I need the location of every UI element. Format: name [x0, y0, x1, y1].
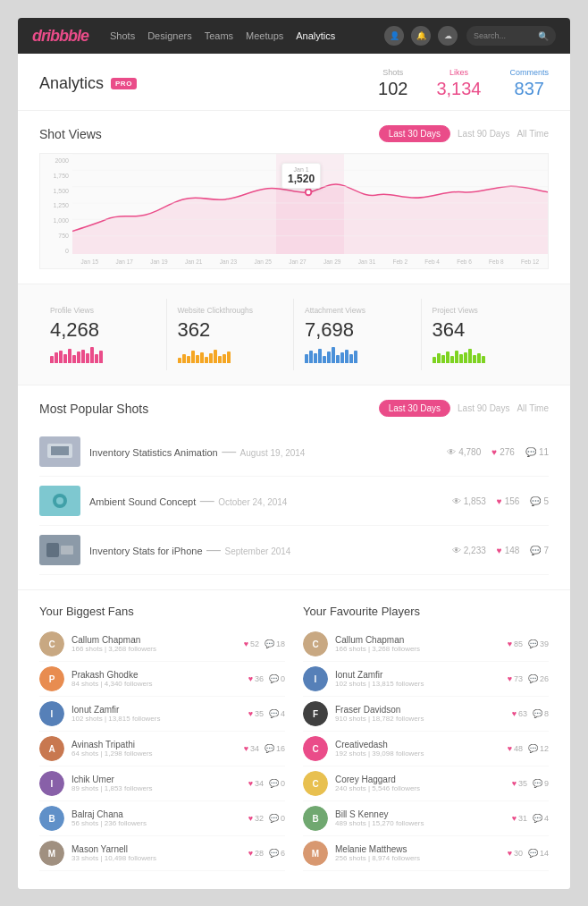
player-avatar-1: C [303, 631, 328, 656]
shot-thumb-3 [39, 535, 80, 565]
search-box[interactable]: Search... 🔍 [466, 26, 556, 46]
nav-meetups[interactable]: Meetups [246, 30, 283, 41]
fan-sub-5: 89 shots | 1,853 followers [71, 784, 241, 792]
fan-name-6: Balraj Chana [71, 809, 241, 819]
fan-heart-icon-3: ♥ [248, 709, 253, 718]
fan-stats-5: ♥ 34 💬 0 [248, 779, 285, 788]
metric-profile-views: Profile Views 4,268 [39, 299, 167, 370]
fan-heart-icon-7: ♥ [248, 849, 253, 858]
stat-shots: Shots 102 [378, 68, 407, 99]
player-sub-2: 102 shots | 13,815 followers [335, 680, 500, 688]
player-info-4: Creativedash 192 shots | 39,098 follower… [335, 740, 500, 758]
player-likes-6: ♥ 31 [512, 814, 527, 823]
fan-info-6: Balraj Chana 56 shots | 236 followers [71, 809, 241, 827]
metric-project-value: 364 [433, 318, 539, 342]
fan-heart-icon-2: ♥ [248, 674, 253, 683]
page-title: Analytics [39, 74, 104, 93]
player-name-1: Callum Chapman [335, 635, 500, 645]
shot-date-2: October 24, 2014 [218, 497, 287, 507]
player-comment-icon-5: 💬 [533, 779, 542, 788]
metric-profile-value: 4,268 [50, 318, 155, 342]
popular-filter-30[interactable]: Last 30 Days [379, 400, 450, 417]
filter-last-90[interactable]: Last 90 Days [458, 129, 509, 139]
fan-comments-2: 💬 0 [269, 674, 285, 683]
pro-badge: PRO [111, 78, 137, 89]
fan-likes-val-6: 32 [255, 814, 264, 823]
shot-list: Inventory Statistics Animation — August … [39, 428, 549, 575]
fan-avatar-4: A [39, 736, 64, 761]
player-comment-icon-6: 💬 [533, 814, 542, 823]
fan-name-1: Callum Chapman [71, 635, 237, 645]
heart-icon-3: ♥ [497, 546, 502, 555]
popular-shots-header: Most Popular Shots Last 30 Days Last 90 … [39, 400, 549, 417]
player-likes-val-1: 85 [514, 639, 523, 648]
player-likes-1: ♥ 85 [508, 639, 523, 648]
player-likes-5: ♥ 35 [512, 779, 527, 788]
popular-shots-section: Most Popular Shots Last 30 Days Last 90 … [18, 385, 570, 589]
page-wrapper: dribbble Shots Designers Teams Meetups A… [18, 18, 570, 889]
filter-all-time[interactable]: All Time [517, 129, 549, 139]
fan-likes-val-7: 28 [255, 849, 264, 858]
fan-heart-icon-6: ♥ [248, 814, 253, 823]
nav-shots[interactable]: Shots [110, 30, 135, 41]
shot-comments-3: 💬 7 [530, 546, 549, 555]
fan-likes-6: ♥ 32 [248, 814, 264, 823]
search-icon: 🔍 [538, 31, 549, 41]
fan-heart-icon-4: ♥ [244, 744, 248, 753]
player-stats-6: ♥ 31 💬 4 [512, 814, 549, 823]
shot-likes-1: ♥ 276 [491, 447, 515, 457]
nav-teams[interactable]: Teams [205, 30, 233, 41]
metric-website: Website Clickthroughs 362 [167, 299, 295, 370]
fan-comments-val-1: 18 [276, 639, 285, 648]
player-item-5: C Corey Haggard 240 shots | 5,546 follow… [303, 766, 549, 801]
fan-avatar-1: C [39, 631, 64, 656]
player-comments-5: 💬 9 [533, 779, 549, 788]
player-likes-3: ♥ 63 [512, 709, 527, 718]
popular-filter-all[interactable]: All Time [517, 403, 549, 413]
fan-comments-7: 💬 6 [269, 849, 285, 858]
player-comments-val-3: 8 [544, 709, 549, 718]
biggest-fans-title: Your Biggest Fans [39, 605, 285, 618]
notification-icon[interactable]: 🔔 [411, 26, 431, 46]
shot-info-2: Ambient Sound Concept — October 24, 2014 [89, 493, 443, 509]
fan-comments-5: 💬 0 [269, 779, 285, 788]
player-item-1: C Callum Chapman 166 shots | 3,268 follo… [303, 627, 549, 662]
fan-likes-val-1: 52 [250, 639, 259, 648]
player-comments-1: 💬 39 [528, 639, 549, 648]
nav-analytics[interactable]: Analytics [296, 30, 335, 41]
player-name-2: Ionut Zamfir [335, 670, 500, 680]
fan-stats-6: ♥ 32 💬 0 [248, 814, 285, 823]
user-icon[interactable]: 👤 [384, 26, 404, 46]
player-sub-3: 910 shots | 18,782 followers [335, 715, 505, 723]
fan-name-3: Ionut Zamfir [71, 705, 241, 715]
player-heart-icon-7: ♥ [508, 849, 512, 858]
fan-info-5: Ichik Umer 89 shots | 1,853 followers [71, 775, 241, 792]
fan-comments-val-2: 0 [281, 674, 285, 683]
nav-designers[interactable]: Designers [147, 30, 192, 41]
player-heart-icon-5: ♥ [512, 779, 517, 788]
popular-filter-90[interactable]: Last 90 Days [458, 403, 509, 413]
fan-item-6: B Balraj Chana 56 shots | 236 followers … [39, 801, 285, 836]
main-content: Analytics PRO Shots 102 Likes 3,134 Comm… [18, 54, 570, 889]
fan-stats-7: ♥ 28 💬 6 [248, 849, 285, 858]
fan-name-2: Prakash Ghodke [71, 670, 241, 680]
shot-views-2: 👁 1,853 [452, 496, 486, 506]
stat-shots-label: Shots [378, 68, 407, 77]
svg-point-13 [56, 497, 63, 504]
player-comment-icon-2: 💬 [528, 674, 538, 683]
popular-filters: Last 30 Days Last 90 Days All Time [379, 400, 549, 417]
player-likes-val-2: 73 [514, 674, 523, 683]
comment-icon-3: 💬 [530, 546, 541, 555]
shot-likes-3: ♥ 148 [497, 546, 520, 555]
player-heart-icon-2: ♥ [508, 674, 512, 683]
fan-stats-4: ♥ 34 💬 16 [244, 744, 285, 753]
upload-icon[interactable]: ☁ [438, 26, 458, 46]
metrics-section: Profile Views 4,268 [18, 284, 570, 385]
fan-comments-6: 💬 0 [269, 814, 285, 823]
player-heart-icon-3: ♥ [512, 709, 517, 718]
fan-comment-icon-6: 💬 [269, 814, 279, 823]
filter-last-30[interactable]: Last 30 Days [379, 125, 450, 142]
shot-name-2: Ambient Sound Concept [89, 496, 196, 507]
shot-stats-2: 👁 1,853 ♥ 156 💬 5 [452, 496, 549, 506]
fan-comment-icon-1: 💬 [265, 639, 274, 648]
